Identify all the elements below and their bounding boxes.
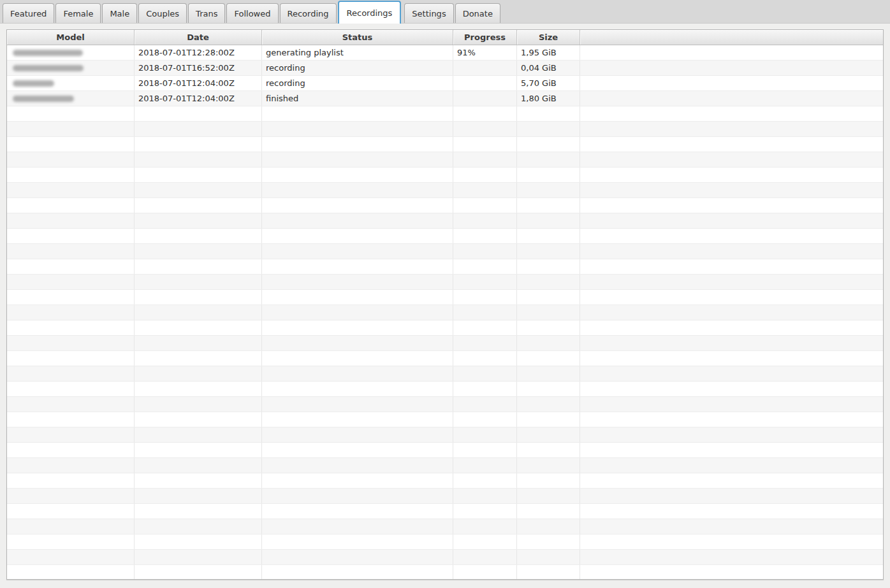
tab-male[interactable]: Male — [102, 3, 137, 23]
empty-table-row — [7, 489, 883, 504]
recordings-panel: Model Date Status Progress Size 2018-07-… — [0, 24, 890, 580]
progress-cell — [453, 76, 517, 90]
empty-table-row — [7, 198, 883, 213]
model-cell — [7, 91, 135, 106]
tab-label: Male — [110, 9, 129, 18]
model-name-redacted — [13, 50, 83, 56]
tab-followed[interactable]: Followed — [226, 3, 278, 23]
model-cell — [7, 61, 135, 75]
empty-table-row — [7, 244, 883, 259]
empty-table-row — [7, 443, 883, 458]
tab-label: Donate — [463, 9, 493, 18]
model-name-redacted — [13, 65, 84, 71]
filler-cell — [580, 45, 883, 60]
filler-cell — [580, 91, 883, 106]
tab-donate[interactable]: Donate — [455, 3, 500, 23]
empty-table-row — [7, 519, 883, 534]
tab-label: Featured — [10, 9, 47, 18]
size-cell: 1,80 GiB — [517, 91, 580, 106]
tab-label: Settings — [412, 9, 446, 18]
model-cell — [7, 76, 135, 90]
status-cell: recording — [262, 61, 453, 75]
empty-table-row — [7, 229, 883, 244]
column-header-filler — [580, 30, 883, 45]
progress-cell — [453, 91, 517, 106]
model-name-redacted — [13, 80, 54, 87]
table-header-row: Model Date Status Progress Size — [7, 30, 883, 45]
empty-table-row — [7, 534, 883, 550]
filler-cell — [580, 76, 883, 90]
size-cell: 5,70 GiB — [517, 76, 580, 90]
table-row[interactable]: 2018-07-01T12:04:00Z finished 1,80 GiB — [7, 91, 883, 106]
tab-label: Recordings — [347, 8, 393, 18]
column-header-date[interactable]: Date — [135, 30, 262, 45]
empty-table-row — [7, 504, 883, 519]
recordings-table: Model Date Status Progress Size 2018-07-… — [6, 29, 884, 580]
empty-table-row — [7, 351, 883, 366]
status-cell: generating playlist — [262, 45, 453, 60]
date-cell: 2018-07-01T16:52:00Z — [135, 61, 262, 75]
empty-table-row — [7, 259, 883, 275]
date-cell: 2018-07-01T12:28:00Z — [135, 45, 262, 60]
tab-label: Female — [63, 9, 93, 18]
empty-table-row — [7, 305, 883, 320]
status-cell: finished — [262, 91, 453, 106]
empty-table-row — [7, 397, 883, 412]
progress-cell: 91% — [453, 45, 517, 60]
empty-table-row — [7, 213, 883, 229]
filler-cell — [580, 61, 883, 75]
empty-table-row — [7, 412, 883, 427]
date-cell: 2018-07-01T12:04:00Z — [135, 76, 262, 90]
empty-table-row — [7, 152, 883, 168]
column-header-status[interactable]: Status — [262, 30, 453, 45]
empty-table-row — [7, 565, 883, 580]
empty-table-row — [7, 320, 883, 336]
empty-table-row — [7, 168, 883, 183]
table-row[interactable]: 2018-07-01T12:04:00Z recording 5,70 GiB — [7, 76, 883, 91]
tab-bar: Featured Female Male Couples Trans Follo… — [0, 0, 890, 24]
empty-table-row — [7, 275, 883, 290]
tab-couples[interactable]: Couples — [138, 3, 187, 23]
table-body: 2018-07-01T12:28:00Z generating playlist… — [7, 45, 883, 580]
model-cell — [7, 45, 135, 60]
tab-settings[interactable]: Settings — [404, 3, 453, 23]
empty-table-row — [7, 458, 883, 473]
tab-recordings-active[interactable]: Recordings — [338, 1, 402, 24]
tab-label: Recording — [288, 9, 329, 18]
model-name-redacted — [13, 96, 74, 102]
table-row[interactable]: 2018-07-01T16:52:00Z recording 0,04 GiB — [7, 61, 883, 76]
column-header-size[interactable]: Size — [517, 30, 580, 45]
date-cell: 2018-07-01T12:04:00Z — [135, 91, 262, 106]
empty-table-row — [7, 336, 883, 351]
tab-trans[interactable]: Trans — [188, 3, 225, 23]
size-cell: 1,95 GiB — [517, 45, 580, 60]
empty-table-row — [7, 366, 883, 382]
empty-table-row — [7, 106, 883, 122]
empty-table-row — [7, 382, 883, 397]
tab-label: Couples — [146, 9, 179, 18]
tab-female[interactable]: Female — [55, 3, 101, 23]
size-cell: 0,04 GiB — [517, 61, 580, 75]
empty-table-row — [7, 137, 883, 152]
tab-label: Trans — [196, 9, 217, 18]
tab-recording[interactable]: Recording — [280, 3, 337, 23]
status-cell: recording — [262, 76, 453, 90]
empty-table-row — [7, 183, 883, 198]
column-header-model[interactable]: Model — [7, 30, 135, 45]
tab-featured[interactable]: Featured — [3, 3, 54, 23]
empty-table-row — [7, 473, 883, 489]
empty-table-row — [7, 427, 883, 443]
column-header-progress[interactable]: Progress — [453, 30, 517, 45]
progress-cell — [453, 61, 517, 75]
empty-table-row — [7, 122, 883, 137]
empty-table-row — [7, 550, 883, 565]
table-row[interactable]: 2018-07-01T12:28:00Z generating playlist… — [7, 45, 883, 61]
empty-table-row — [7, 290, 883, 305]
tab-label: Followed — [234, 9, 270, 18]
